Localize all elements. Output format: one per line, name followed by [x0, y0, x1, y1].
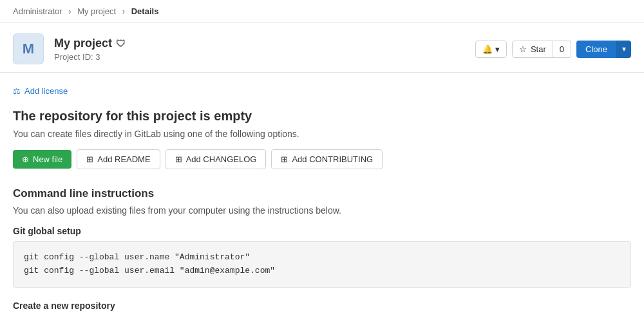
cli-section-desc: You can also upload existing files from …	[13, 205, 631, 216]
add-contributing-button[interactable]: ⊞ Add CONTRIBUTING	[271, 149, 383, 169]
contributing-file-icon: ⊞	[281, 154, 288, 164]
empty-repo-section: The repository for this project is empty…	[13, 109, 631, 139]
star-icon: ☆	[519, 44, 527, 54]
project-title-row: My project 🛡	[54, 37, 126, 50]
project-info: M My project 🛡 Project ID: 3	[13, 33, 126, 64]
readme-file-icon: ⊞	[86, 154, 93, 164]
bell-icon: 🔔	[482, 44, 493, 54]
git-setup-code: git config --global user.name "Administr…	[13, 241, 631, 288]
add-license-label: Add license	[24, 86, 68, 96]
project-name: My project	[54, 37, 112, 50]
balance-icon: ⚖	[13, 86, 21, 96]
clone-button[interactable]: Clone	[576, 41, 616, 58]
git-setup-line2: git config --global user.email "admin@ex…	[24, 264, 620, 278]
avatar: M	[13, 33, 44, 64]
quick-actions: ⊕ New file ⊞ Add README ⊞ Add CHANGELOG …	[13, 149, 631, 169]
project-header: M My project 🛡 Project ID: 3 🔔 ▾ ☆ Star …	[0, 23, 644, 73]
shield-icon: 🛡	[116, 38, 126, 49]
breadcrumb-admin[interactable]: Administrator	[13, 6, 62, 16]
add-readme-button[interactable]: ⊞ Add README	[77, 149, 160, 169]
breadcrumb-project[interactable]: My project	[77, 6, 116, 16]
clone-caret-icon: ▾	[622, 44, 626, 53]
plus-icon: ⊕	[22, 154, 29, 164]
clone-group: Clone ▾	[576, 41, 631, 58]
header-actions: 🔔 ▾ ☆ Star 0 Clone ▾	[475, 41, 631, 58]
empty-repo-desc: You can create files directly in GitLab …	[13, 129, 631, 139]
breadcrumb-current: Details	[131, 6, 159, 16]
changelog-file-icon: ⊞	[175, 154, 182, 164]
clone-label: Clone	[585, 44, 607, 54]
cli-section: Command line instructions You can also u…	[13, 187, 631, 311]
star-button[interactable]: ☆ Star	[512, 41, 553, 58]
star-label: Star	[531, 44, 546, 54]
new-repo-title: Create a new repository	[13, 301, 631, 311]
breadcrumb-sep-1: ›	[68, 6, 71, 16]
new-file-label: New file	[33, 154, 62, 164]
git-setup-title: Git global setup	[13, 226, 631, 236]
star-count: 0	[553, 41, 571, 58]
project-meta: My project 🛡 Project ID: 3	[54, 37, 126, 62]
breadcrumb-sep-2: ›	[122, 6, 125, 16]
add-license-link[interactable]: ⚖ Add license	[13, 86, 68, 96]
add-changelog-label: Add CHANGELOG	[186, 154, 257, 164]
add-readme-label: Add README	[97, 154, 150, 164]
add-contributing-label: Add CONTRIBUTING	[292, 154, 373, 164]
project-id: Project ID: 3	[54, 52, 126, 62]
clone-caret-button[interactable]: ▾	[616, 41, 631, 58]
empty-repo-title: The repository for this project is empty	[13, 109, 631, 124]
notify-button[interactable]: 🔔 ▾	[475, 41, 507, 58]
notify-caret: ▾	[495, 44, 500, 54]
breadcrumb: Administrator › My project › Details	[0, 0, 644, 23]
cli-section-title: Command line instructions	[13, 187, 631, 200]
star-group: ☆ Star 0	[512, 41, 571, 58]
content-area: ⚖ Add license The repository for this pr…	[0, 73, 644, 329]
add-changelog-button[interactable]: ⊞ Add CHANGELOG	[166, 149, 267, 169]
new-file-button[interactable]: ⊕ New file	[13, 150, 71, 169]
git-setup-line1: git config --global user.name "Administr…	[24, 251, 620, 264]
